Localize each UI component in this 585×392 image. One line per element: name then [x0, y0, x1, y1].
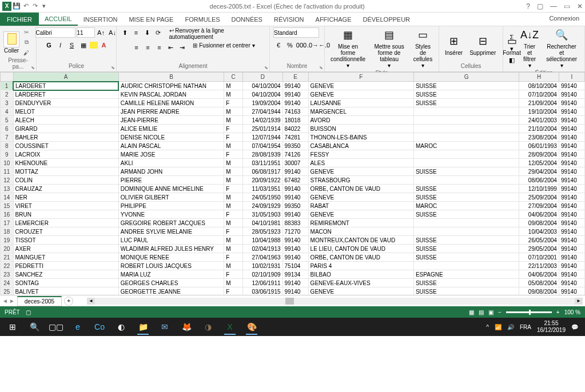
cell[interactable]: 08/10/2004: [519, 82, 559, 90]
cell[interactable]: SUISSE: [413, 279, 519, 287]
column-header-H[interactable]: H: [519, 73, 559, 82]
sort-filter-button[interactable]: A↓ZTrier et filtrer ▾: [519, 27, 540, 70]
row-header[interactable]: 9: [1, 150, 14, 159]
cell[interactable]: GENEVE: [308, 193, 413, 202]
cell[interactable]: [413, 107, 519, 116]
cell[interactable]: 07/10/2004: [519, 90, 559, 99]
align-top-icon[interactable]: ⬆: [120, 27, 130, 38]
column-header-A[interactable]: A: [13, 73, 118, 82]
cell[interactable]: SUISSE: [413, 90, 519, 99]
column-header-B[interactable]: B: [118, 73, 224, 82]
align-bottom-icon[interactable]: ⬇: [142, 27, 152, 38]
cell[interactable]: SUISSE: [413, 193, 519, 202]
cell[interactable]: 14/02/1939: [242, 116, 282, 125]
cell[interactable]: SANCHEZ: [13, 270, 118, 279]
view-page-icon[interactable]: ▤: [479, 309, 484, 315]
cell[interactable]: M: [224, 107, 243, 116]
cell[interactable]: MACON: [308, 227, 413, 236]
view-normal-icon[interactable]: ▦: [469, 309, 474, 315]
ribbon-display-button[interactable]: ▢: [537, 2, 543, 10]
cell[interactable]: [413, 227, 519, 236]
macro-record-icon[interactable]: ▢: [26, 309, 31, 315]
cell[interactable]: FESSY: [308, 150, 413, 159]
cell[interactable]: 07/04/1954: [242, 142, 282, 150]
cell[interactable]: 99140: [282, 279, 308, 287]
row-header[interactable]: 6: [1, 125, 14, 133]
cell[interactable]: 99140: [559, 176, 584, 185]
cell[interactable]: 67482: [282, 176, 308, 185]
notifications-icon[interactable]: 💬: [571, 324, 578, 330]
cell[interactable]: 07/10/2001: [519, 253, 559, 262]
cell[interactable]: 75104: [282, 262, 308, 270]
wifi-icon[interactable]: 📶: [495, 324, 502, 330]
app-icon-2[interactable]: ◑: [198, 319, 218, 335]
font-launcher[interactable]: ⬊: [111, 65, 115, 70]
cell[interactable]: 06/01/1993: [519, 142, 559, 150]
cell[interactable]: 99140: [559, 90, 584, 99]
cell[interactable]: F: [224, 125, 243, 133]
cell[interactable]: M: [224, 219, 243, 227]
cell[interactable]: 09/08/2004: [519, 219, 559, 227]
cell[interactable]: [413, 133, 519, 142]
cell[interactable]: 99140: [282, 245, 308, 253]
cell[interactable]: COUSSINET: [13, 142, 118, 150]
cell[interactable]: 04/10/2004: [242, 90, 282, 99]
cell[interactable]: SUISSE: [413, 99, 519, 107]
search-icon[interactable]: 🔍: [24, 319, 45, 335]
scroll-thumb[interactable]: [285, 298, 294, 305]
cell[interactable]: BUISSON: [308, 125, 413, 133]
cell[interactable]: M: [224, 176, 243, 185]
cell[interactable]: [413, 176, 519, 185]
cell[interactable]: MARIA LUZ: [118, 270, 224, 279]
cell[interactable]: ORBE, CANTON DE VAUD: [308, 253, 413, 262]
cell[interactable]: M: [224, 279, 243, 287]
cell[interactable]: 10/04/2003: [519, 227, 559, 236]
zoom-in-button[interactable]: +: [556, 309, 560, 315]
autosum-icon[interactable]: Σ: [507, 32, 517, 42]
column-header-F[interactable]: F: [308, 73, 413, 82]
language-indicator[interactable]: FRA: [520, 324, 531, 330]
cell[interactable]: F: [224, 210, 243, 219]
cell[interactable]: M: [224, 262, 243, 270]
cell[interactable]: LE LIEU, CANTON DE VAUD: [308, 245, 413, 253]
cell[interactable]: GENEVE-EAUX-VIVES: [308, 279, 413, 287]
cell[interactable]: GIRARD: [13, 125, 118, 133]
cell[interactable]: GREGOIRE ROBERT JACQUES: [118, 219, 224, 227]
cell[interactable]: 88383: [282, 219, 308, 227]
cell[interactable]: 03/06/1915: [242, 287, 282, 295]
cell[interactable]: 25/01/1914: [242, 125, 282, 133]
cell[interactable]: F: [224, 185, 243, 193]
cell[interactable]: GEORGES CHARLES: [118, 279, 224, 287]
sheet-tab-active[interactable]: deces-2005: [17, 296, 62, 306]
insert-button[interactable]: ⊞Insérer: [443, 34, 465, 57]
paste-button[interactable]: Coller: [3, 31, 19, 54]
cell[interactable]: [413, 150, 519, 159]
cell[interactable]: 21/09/2004: [519, 99, 559, 107]
qat-custom-icon[interactable]: ▾: [40, 2, 48, 10]
cell[interactable]: M: [224, 193, 243, 202]
clipboard-launcher[interactable]: ⬊: [31, 65, 35, 70]
cell[interactable]: SUISSE: [413, 167, 519, 176]
row-header[interactable]: 20: [1, 245, 14, 253]
cell[interactable]: DOMINIQUE ANNE MICHELINE: [118, 185, 224, 193]
cut-icon[interactable]: ✂: [22, 27, 31, 37]
cell[interactable]: 99140: [559, 193, 584, 202]
cell[interactable]: 99140: [559, 236, 584, 245]
cell[interactable]: SUISSE: [413, 253, 519, 262]
cell[interactable]: 19/09/2004: [242, 99, 282, 107]
cell[interactable]: MONTREUX,CANTON DE VAUD: [308, 236, 413, 245]
cell[interactable]: CASABLANCA: [308, 142, 413, 150]
cell[interactable]: 99140: [559, 142, 584, 150]
taskbar-clock[interactable]: 21:55 16/12/2019: [537, 320, 566, 334]
cell[interactable]: GEORGETTE JEANNE: [118, 287, 224, 295]
cell[interactable]: 71270: [282, 227, 308, 236]
cell[interactable]: [413, 159, 519, 167]
cell[interactable]: 74163: [282, 107, 308, 116]
column-header-I[interactable]: I: [559, 73, 584, 82]
bold-button[interactable]: G: [44, 40, 54, 50]
cell[interactable]: WLADIMIR ALFRED JULES HENRY: [118, 245, 224, 253]
row-header[interactable]: 7: [1, 133, 14, 142]
cell[interactable]: [413, 125, 519, 133]
cell[interactable]: 04/06/2004: [519, 270, 559, 279]
cell[interactable]: 24/05/1950: [242, 193, 282, 202]
